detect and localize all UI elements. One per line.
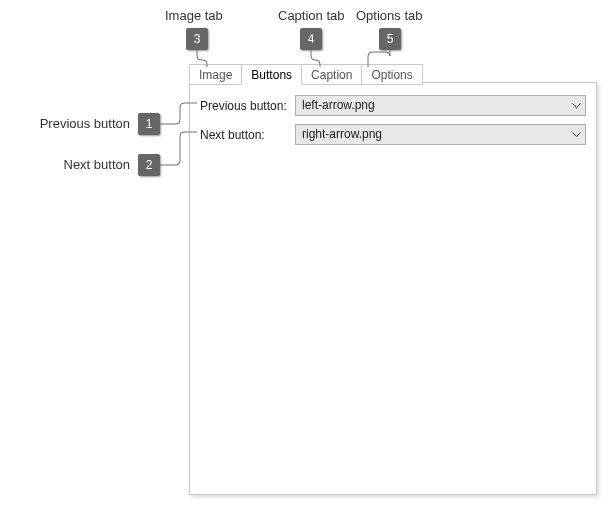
dropdown-value: left-arrow.png [302,98,375,112]
label-previous-button: Previous button: [200,99,295,113]
row-previous-button: Previous button: left-arrow.png [190,91,596,120]
callout-label-image-tab: Image tab [165,8,223,23]
callout-marker-3: 3 [186,28,208,50]
row-next-button: Next button: right-arrow.png [190,120,596,149]
tab-caption[interactable]: Caption [301,64,362,85]
tab-label: Options [371,68,412,82]
callout-label-caption-tab: Caption tab [278,8,345,23]
chevron-down-icon [572,132,581,138]
callout-marker-4: 4 [300,28,322,50]
tab-buttons[interactable]: Buttons [241,64,302,85]
tab-panel-buttons: Previous button: left-arrow.png Next but… [189,82,597,495]
callout-label-previous-button: Previous button [15,116,130,131]
callout-label-options-tab: Options tab [356,8,423,23]
dropdown-value: right-arrow.png [302,127,382,141]
dropdown-next-button[interactable]: right-arrow.png [295,124,586,145]
tab-label: Image [199,68,232,82]
label-next-button: Next button: [200,128,295,142]
tab-image[interactable]: Image [189,64,242,85]
tab-label: Buttons [251,68,292,82]
tab-options[interactable]: Options [361,64,422,85]
tab-label: Caption [311,68,352,82]
callout-marker-5: 5 [379,28,401,50]
callout-marker-2: 2 [138,154,160,176]
callout-label-next-button: Next button [15,157,130,172]
dropdown-previous-button[interactable]: left-arrow.png [295,95,586,116]
callout-marker-1: 1 [138,113,160,135]
chevron-down-icon [572,103,581,109]
tabstrip: Image Buttons Caption Options [189,63,422,84]
